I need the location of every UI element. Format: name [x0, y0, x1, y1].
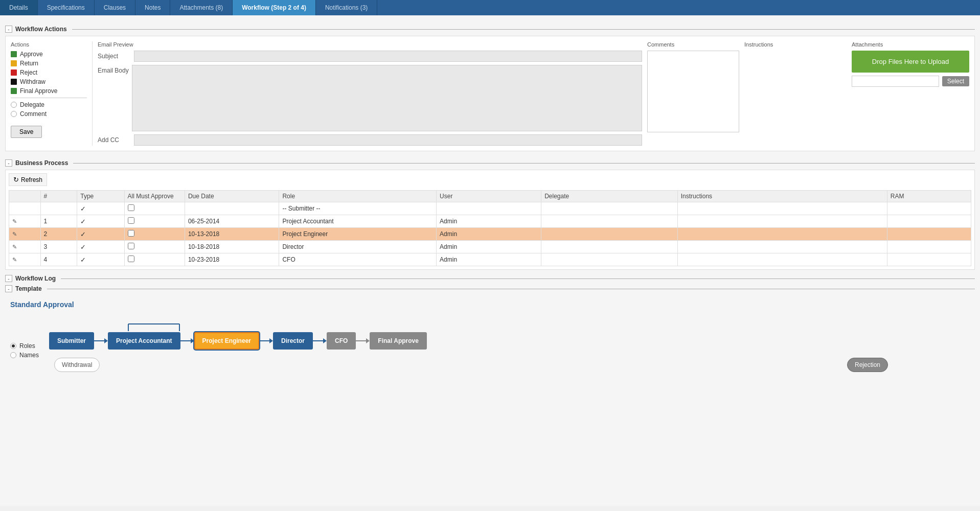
node-project-accountant[interactable]: Project Accountant — [108, 332, 180, 350]
workflow-log-collapse-icon[interactable]: - — [5, 275, 12, 282]
business-process-header: - Business Process — [5, 159, 975, 167]
workflow-actions-body: Actions Approve Return Reject Withdraw F… — [5, 36, 975, 151]
th-num: # — [40, 191, 77, 202]
tab-details[interactable]: Details — [0, 0, 38, 15]
instructions-label: Instructions — [744, 41, 847, 48]
all-must-checkbox-2[interactable] — [128, 230, 134, 237]
td-due-3: 10-18-2018 — [185, 241, 279, 253]
all-must-checkbox-3[interactable] — [128, 243, 134, 249]
flow-option-roles[interactable]: Roles — [10, 342, 39, 350]
add-cc-label: Add CC — [98, 136, 131, 144]
action-comment[interactable]: Comment — [11, 110, 87, 118]
names-radio[interactable] — [10, 352, 16, 358]
workflow-log-title: Workflow Log — [15, 275, 56, 282]
workflow-log-header: - Workflow Log — [5, 275, 975, 282]
actions-label: Actions — [11, 41, 87, 48]
td-instructions-0 — [677, 202, 887, 215]
tab-specifications[interactable]: Specifications — [38, 0, 95, 15]
action-approve[interactable]: Approve — [11, 51, 87, 58]
tab-workflow[interactable]: Workflow (Step 2 of 4) — [233, 0, 316, 15]
delegate-radio[interactable] — [11, 102, 17, 108]
edit-icon-2[interactable]: ✎ — [12, 231, 17, 237]
action-divider — [11, 98, 87, 98]
template-collapse-icon[interactable]: - — [5, 285, 12, 292]
comment-label: Comment — [20, 110, 47, 118]
business-process-collapse-icon[interactable]: - — [5, 159, 12, 167]
business-process-line — [73, 163, 975, 164]
delegate-label: Delegate — [20, 101, 44, 108]
save-button[interactable]: Save — [11, 126, 42, 138]
node-submitter[interactable]: Submitter — [49, 332, 94, 350]
action-withdraw[interactable]: Withdraw — [11, 78, 87, 85]
instructions-panel: Instructions — [744, 41, 847, 146]
table-row: ✎ 3 ✓ 10-18-2018 Director Admin — [9, 241, 971, 253]
flow-area: Roles Names — [10, 317, 970, 372]
refresh-button[interactable]: ↻ Refresh — [9, 173, 47, 186]
node-final-approve[interactable]: Final Approve — [370, 332, 427, 350]
th-instructions: Instructions — [677, 191, 887, 202]
all-must-checkbox-0[interactable] — [128, 204, 134, 211]
arrow-3 — [259, 338, 273, 343]
td-ram-0 — [887, 202, 971, 215]
email-body-textarea[interactable] — [132, 65, 642, 131]
node-cfo[interactable]: CFO — [327, 332, 356, 350]
node-withdrawal[interactable]: Withdrawal — [54, 358, 100, 372]
tab-notes[interactable]: Notes — [135, 0, 170, 15]
td-num-3: 3 — [40, 241, 77, 253]
workflow-log-line — [61, 278, 975, 279]
action-final-approve[interactable]: Final Approve — [11, 87, 87, 95]
return-dot — [11, 60, 17, 66]
td-role-4: CFO — [279, 253, 437, 266]
flow-option-names[interactable]: Names — [10, 352, 39, 359]
all-must-checkbox-4[interactable] — [128, 256, 134, 262]
workflow-actions-line — [72, 29, 975, 30]
node-project-engineer[interactable]: Project Engineer — [194, 332, 259, 350]
td-num-2: 2 — [40, 228, 77, 241]
file-select-row: Select — [852, 76, 969, 87]
arrow-2 — [180, 338, 194, 343]
comment-radio[interactable] — [11, 111, 17, 117]
subject-input[interactable] — [134, 51, 642, 62]
edit-icon-3[interactable]: ✎ — [12, 244, 17, 250]
td-role-0: -- Submitter -- — [279, 202, 437, 215]
template-body: Standard Approval Roles Names — [5, 295, 975, 377]
td-delegate-0 — [541, 202, 678, 215]
check-icon-3: ✓ — [80, 243, 86, 251]
table-row: ✎ 2 ✓ 10-13-2018 Project Engineer Admin — [9, 228, 971, 241]
workflow-actions-collapse-icon[interactable]: - — [5, 26, 12, 33]
node-director[interactable]: Director — [273, 332, 313, 350]
comments-textarea[interactable] — [647, 51, 739, 132]
add-cc-input[interactable] — [134, 134, 642, 146]
edit-icon-1[interactable]: ✎ — [12, 218, 17, 224]
roles-radio[interactable] — [10, 343, 16, 349]
edit-icon-4[interactable]: ✎ — [12, 257, 17, 263]
standard-approval-title: Standard Approval — [10, 300, 970, 309]
drop-files-button[interactable]: Drop Files Here to Upload — [852, 51, 969, 73]
td-ram-4 — [887, 253, 971, 266]
subject-label: Subject — [98, 53, 131, 60]
tab-attachments[interactable]: Attachments (8) — [170, 0, 233, 15]
arrow-5 — [356, 338, 370, 343]
action-return[interactable]: Return — [11, 60, 87, 67]
email-preview-label: Email Preview — [98, 41, 642, 48]
th-role: Role — [279, 191, 437, 202]
top-arrow-area — [54, 317, 970, 331]
tab-clauses[interactable]: Clauses — [95, 0, 135, 15]
action-delegate[interactable]: Delegate — [11, 101, 87, 108]
select-button[interactable]: Select — [942, 76, 969, 86]
withdraw-dot — [11, 79, 17, 85]
workflow-actions-title: Workflow Actions — [15, 26, 67, 33]
action-reject[interactable]: Reject — [11, 69, 87, 76]
reject-label: Reject — [20, 69, 37, 76]
td-type-0: ✓ — [77, 202, 124, 215]
return-label: Return — [20, 60, 38, 67]
final-approve-label: Final Approve — [20, 87, 57, 95]
th-user: User — [437, 191, 541, 202]
node-rejection[interactable]: Rejection — [847, 358, 888, 372]
file-input[interactable] — [852, 76, 939, 87]
all-must-checkbox-1[interactable] — [128, 217, 134, 224]
business-process-body: ↻ Refresh # Type All Must Approve Due Da… — [5, 170, 975, 270]
workflow-actions-header: - Workflow Actions — [5, 26, 975, 33]
tab-notifications[interactable]: Notifications (3) — [316, 0, 377, 15]
td-all-3 — [124, 241, 185, 253]
